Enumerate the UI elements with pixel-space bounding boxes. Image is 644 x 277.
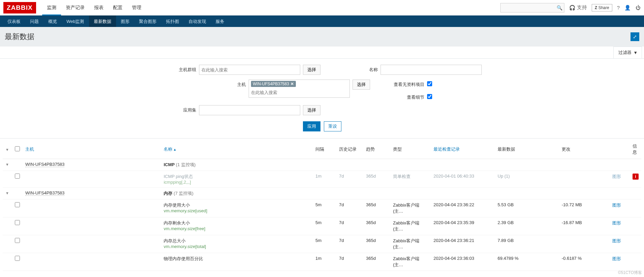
subnav-item[interactable]: 自动发现: [184, 16, 211, 27]
cell-history: 7d: [336, 253, 363, 271]
name-input[interactable]: [381, 65, 482, 75]
item-name: ICMP ping状态: [164, 174, 310, 180]
appset-select-button[interactable]: 选择: [303, 105, 320, 115]
cell-lastcheck: 2020-04-04 23:35:39: [431, 217, 495, 235]
cell-change: [559, 171, 610, 188]
col-lastvalue: 最新数据: [495, 140, 559, 159]
host-link[interactable]: WIN-UFS4PB37583: [25, 190, 64, 196]
subnav-item[interactable]: 问题: [25, 16, 44, 27]
item-name: 内存使用大小: [164, 202, 310, 208]
col-host[interactable]: 主机: [25, 147, 34, 152]
label-show-no-data: 查看无资料项目: [394, 80, 424, 88]
label-hostgroup: 主机群组: [163, 65, 196, 73]
select-all-checkbox[interactable]: [15, 146, 20, 151]
global-search: 🔍: [500, 3, 564, 12]
search-icon[interactable]: 🔍: [557, 5, 562, 10]
subnav-item[interactable]: 仪表板: [3, 16, 25, 27]
host-select-button[interactable]: 选择: [353, 80, 370, 90]
cell-change: -10.72 MB: [559, 199, 610, 217]
power-icon[interactable]: ⏻: [636, 5, 641, 10]
col-interval: 间隔: [313, 140, 336, 159]
table-row: 内存剩余大小vm.memory.size[free]5m7d365dZabbix…: [3, 217, 641, 235]
expand-icon[interactable]: ▼: [5, 162, 9, 166]
share-button[interactable]: Z Share: [592, 4, 612, 11]
host-link[interactable]: WIN-UFS4PB37583: [25, 162, 64, 167]
row-checkbox[interactable]: [15, 202, 20, 207]
mainnav-item[interactable]: 监测: [42, 0, 61, 16]
cell-lastvalue: 5.53 GB: [495, 199, 559, 217]
show-no-data-checkbox[interactable]: [427, 81, 432, 86]
graph-link[interactable]: 图形: [612, 203, 621, 208]
appset-input[interactable]: [199, 105, 300, 115]
support-link[interactable]: 🎧 支持: [569, 4, 587, 11]
funnel-icon: ▾: [634, 50, 637, 56]
mainnav-item[interactable]: 报表: [89, 0, 108, 16]
host-multiselect[interactable]: WIN-UFS4PB37583 ✕: [249, 80, 350, 98]
latest-data-table: ▼ 主机 名称▲ 间隔 历史记录 趋势 类型 最近检查记录 最新数据 更改 信息…: [3, 140, 641, 271]
filter-tab[interactable]: 过滤器 ▾: [613, 47, 642, 58]
subnav-item[interactable]: Web监测: [62, 16, 89, 27]
topbar: ZABBIX 监测资产记录报表配置管理 🔍 🎧 支持 Z Share ? 👤 ⏻: [0, 0, 644, 16]
hostgroup-input[interactable]: [201, 66, 298, 73]
subnav-item[interactable]: 服务: [211, 16, 229, 27]
row-checkbox[interactable]: [15, 238, 20, 243]
show-details-checkbox[interactable]: [427, 94, 432, 99]
subnav-item[interactable]: 聚合图形: [134, 16, 161, 27]
subnav-item[interactable]: 最新数据: [89, 16, 116, 27]
graph-link[interactable]: 图形: [612, 174, 621, 179]
label-name: 名称: [344, 65, 378, 73]
host-chip-label: WIN-UFS4PB37583: [253, 82, 289, 86]
label-show-details: 查看细节: [407, 92, 424, 100]
row-checkbox[interactable]: [15, 174, 20, 179]
row-checkbox[interactable]: [15, 256, 20, 261]
subnav-item[interactable]: 概览: [44, 16, 62, 27]
share-label: Share: [598, 5, 609, 10]
subnav-item[interactable]: 图形: [116, 16, 134, 27]
cell-type: Zabbix客户端(主…: [390, 217, 431, 235]
mainnav-item[interactable]: 资产记录: [61, 0, 89, 16]
cell-interval: 1m: [313, 171, 336, 188]
graph-link[interactable]: 图形: [612, 238, 621, 243]
user-icon[interactable]: 👤: [624, 5, 631, 11]
graph-link[interactable]: 图形: [612, 220, 621, 225]
cell-lastvalue: 2.39 GB: [495, 217, 559, 235]
host-chip-remove-icon[interactable]: ✕: [290, 82, 294, 86]
filter-panel: 主机群组 选择 名称 主机 WIN-UFS4PB37583 ✕ 选: [0, 59, 644, 138]
host-chip[interactable]: WIN-UFS4PB37583 ✕: [251, 81, 296, 87]
hostgroup-select-button[interactable]: 选择: [303, 65, 320, 75]
reset-button[interactable]: 重设: [324, 121, 341, 131]
subnav-item[interactable]: 拓扑图: [161, 16, 184, 27]
brand-logo[interactable]: ZABBIX: [3, 2, 36, 13]
fullscreen-button[interactable]: ⤢: [631, 32, 639, 41]
col-lastcheck[interactable]: 最近检查记录: [433, 147, 460, 152]
cell-trends: 365d: [363, 253, 390, 271]
cell-lastvalue: Up (1): [495, 171, 559, 188]
col-name[interactable]: 名称: [164, 147, 172, 152]
cell-change: -0.6187 %: [559, 253, 610, 271]
row-checkbox[interactable]: [15, 220, 20, 225]
cell-lastvalue: 69.4789 %: [495, 253, 559, 271]
graph-link[interactable]: 图形: [612, 256, 621, 261]
main-nav: 监测资产记录报表配置管理: [42, 0, 500, 16]
expand-all-icon[interactable]: ▼: [5, 148, 9, 152]
page-title: 最新数据: [5, 32, 34, 42]
expand-icon[interactable]: ▼: [5, 191, 9, 195]
cell-history: 7d: [336, 217, 363, 235]
support-label: 支持: [577, 4, 587, 11]
page-header: 最新数据 ⤢: [0, 27, 644, 47]
item-key: vm.memory.size[free]: [164, 226, 310, 231]
apply-button[interactable]: 应用: [303, 121, 320, 131]
cell-trends: 365d: [363, 235, 390, 253]
mainnav-item[interactable]: 管理: [127, 0, 146, 16]
cell-type: 简单检查: [390, 171, 431, 188]
hostgroup-multiselect[interactable]: [199, 65, 300, 75]
search-input[interactable]: [500, 3, 564, 12]
cell-history: 7d: [336, 171, 363, 188]
col-type: 类型: [390, 140, 431, 159]
help-icon[interactable]: ?: [617, 5, 620, 10]
watermark: ©51CTO博客: [618, 270, 642, 271]
info-icon[interactable]: i: [633, 174, 639, 180]
host-input[interactable]: [251, 88, 347, 96]
cell-interval: 5m: [313, 217, 336, 235]
mainnav-item[interactable]: 配置: [108, 0, 127, 16]
